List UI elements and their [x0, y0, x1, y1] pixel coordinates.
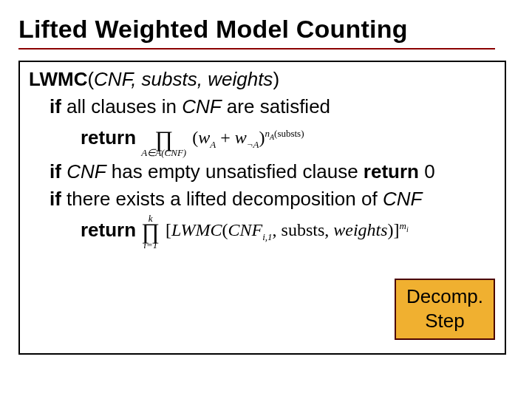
algo-args: CNF, substs, weights	[94, 68, 273, 90]
kw-return: return	[81, 219, 136, 242]
algo-signature: LWMC(CNF, substs, weights)	[29, 66, 496, 92]
math-expr-2: k ∏ i=1 [LWMC(CNFi,1, substs, weights)]m…	[141, 214, 408, 250]
text: are satisfied	[222, 95, 330, 117]
paren-open: (	[87, 68, 94, 90]
paren-close: )	[273, 68, 279, 90]
text: has empty unsatisfied clause	[106, 160, 364, 183]
line-return-product1: return ∏ A∈A(CNF) (wA + w¬A)nA(substs)	[81, 121, 496, 157]
slide: Lifted Weighted Model Counting LWMC(CNF,…	[0, 0, 532, 399]
prod-symbol: ∏	[141, 221, 160, 242]
cnf: CNF	[66, 160, 106, 183]
comma: ,	[324, 220, 333, 239]
line-if-empty: if CNF has empty unsatisfied clause retu…	[50, 159, 496, 185]
exp: mi	[400, 220, 409, 231]
arg3: weights	[333, 220, 387, 239]
exp: nA(substs)	[265, 128, 304, 139]
cnf: CNF	[182, 95, 221, 117]
line-if-decomp: if there exists a lifted decomposition o…	[50, 186, 496, 212]
callout-line1: Decomp.	[406, 284, 483, 309]
arg1: CNF	[228, 220, 263, 239]
arg2: substs	[282, 220, 325, 239]
w1-sub: A	[210, 139, 216, 150]
kw-if: if	[50, 160, 61, 183]
title-underline: Lifted Weighted Model Counting	[18, 15, 495, 50]
w2-sub: ¬A	[247, 139, 259, 150]
kw-return: return	[364, 160, 419, 183]
w2: w	[235, 128, 247, 147]
product-icon: ∏ A∈A(CNF)	[141, 121, 186, 157]
product-icon: k ∏ i=1	[141, 214, 160, 250]
comma: ,	[273, 220, 282, 239]
open-paren: (	[192, 128, 198, 147]
callout-line2: Step	[406, 309, 483, 333]
prod-sub: i=1	[141, 240, 160, 250]
kw-if: if	[50, 188, 61, 210]
algo-name: LWMC	[29, 68, 87, 90]
text: there exists a lifted decomposition of	[61, 188, 383, 210]
cnf: CNF	[383, 188, 422, 210]
fn-paren-close: )	[388, 220, 394, 239]
kw-if: if	[50, 95, 61, 117]
bracket-close: ]	[394, 220, 400, 239]
prod-symbol: ∏	[141, 129, 186, 149]
line-return-product2: return k ∏ i=1 [LWMC(CNFi,1, substs, wei…	[81, 214, 496, 250]
zero: 0	[419, 160, 435, 183]
plus: +	[216, 128, 235, 147]
arg1-sub: i,1	[262, 231, 272, 242]
prod-sub: A∈A(CNF)	[141, 148, 186, 157]
slide-title: Lifted Weighted Model Counting	[18, 15, 495, 44]
kw-return: return	[81, 127, 136, 149]
decomp-step-callout: Decomp. Step	[395, 279, 495, 340]
line-if-satisfied: if all clauses in CNF are satisfied	[50, 94, 496, 120]
math-expr-1: ∏ A∈A(CNF) (wA + w¬A)nA(substs)	[141, 121, 304, 157]
fn-paren-open: (	[222, 220, 228, 239]
bracket-open: [	[166, 220, 171, 239]
text: all clauses in	[61, 95, 182, 117]
fn: LWMC	[171, 220, 222, 239]
w1: w	[198, 128, 210, 147]
